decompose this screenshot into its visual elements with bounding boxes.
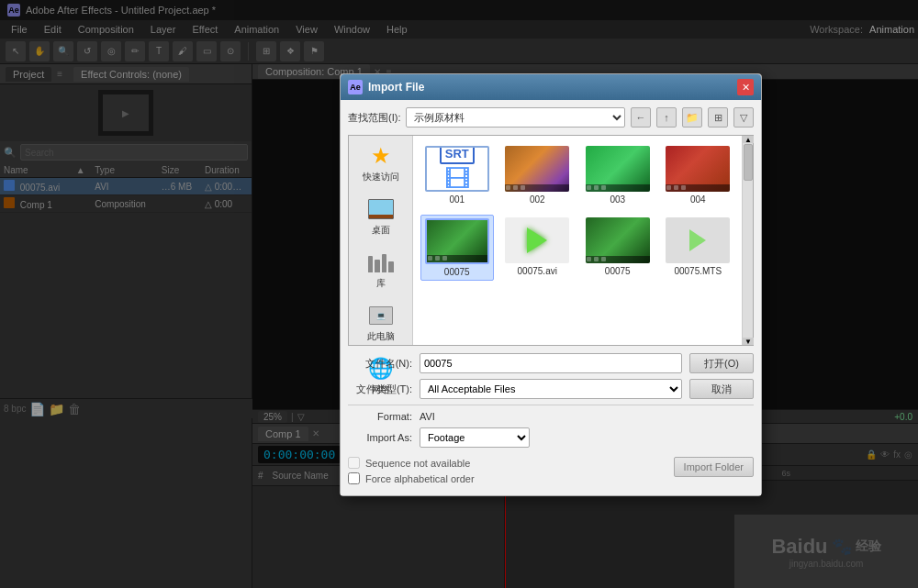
import-folder-button[interactable]: Import Folder <box>674 457 754 477</box>
desktop-icon <box>367 196 395 222</box>
checkboxes-area: Sequence not available Force alphabetica… <box>348 457 674 488</box>
dialog-title: Ae Import File <box>348 80 424 94</box>
file-label-00075mts: 00075.MTS <box>674 266 722 276</box>
thumb-002 <box>505 146 569 192</box>
file-label-00075avi: 00075.avi <box>518 266 557 276</box>
import-dialog: Ae Import File ✕ 查找范围(I): 示例原材料 ← ↑ 📁 ⊞ … <box>340 73 762 496</box>
thumb-00075mts <box>666 217 730 263</box>
filetype-label: 文件类型(T): <box>348 383 412 396</box>
filename-label: 文件名(N): <box>348 357 412 371</box>
nav-back-btn[interactable]: ← <box>631 107 651 128</box>
file-item-001[interactable]: SRT 🎞 001 <box>420 143 494 207</box>
checkbox-sequence-label: Sequence not available <box>365 458 470 469</box>
film-strip-002 <box>505 184 569 192</box>
thumb-00075 <box>425 218 489 264</box>
nav-view-toggle[interactable]: ▽ <box>733 107 754 128</box>
file-grid-area: SRT 🎞 001 <box>413 136 742 345</box>
dialog-divider <box>348 405 754 405</box>
open-button[interactable]: 打开(O) <box>689 353 754 373</box>
cancel-button[interactable]: 取消 <box>689 379 754 399</box>
nav-label: 查找范围(I): <box>348 111 400 125</box>
filename-input[interactable] <box>420 353 682 373</box>
import-as-select[interactable]: Footage <box>420 427 530 448</box>
film-strip-003 <box>586 184 650 192</box>
computer-label: 此电脑 <box>367 330 395 343</box>
file-item-00075mts[interactable]: 00075.MTS <box>662 215 735 281</box>
thumb-003 <box>586 146 650 192</box>
dialog-nav-row: 查找范围(I): 示例原材料 ← ↑ 📁 ⊞ ▽ <box>348 107 754 128</box>
library-label: 库 <box>376 277 386 290</box>
quick-access-label: 快速访问 <box>363 171 399 183</box>
file-item-002[interactable]: 002 <box>501 143 575 207</box>
filetype-row: 文件类型(T): All Acceptable Files 取消 <box>348 379 754 399</box>
thumb-004 <box>666 146 730 192</box>
dialog-ae-logo: Ae <box>348 80 363 94</box>
scrollbar-thumb[interactable] <box>744 144 753 181</box>
file-scrollbar[interactable]: ▲ ▼ <box>742 136 753 345</box>
file-item-00075b[interactable]: 00075 <box>581 215 655 281</box>
computer-icon: 💻 <box>367 303 395 328</box>
checkbox-sequence[interactable] <box>348 457 360 469</box>
dialog-close-button[interactable]: ✕ <box>737 79 754 95</box>
film-strip-00075b <box>586 256 650 263</box>
thumb-00075avi <box>505 217 569 263</box>
filetype-select[interactable]: All Acceptable Files <box>420 379 682 399</box>
nav-up-btn[interactable]: ↑ <box>656 107 677 128</box>
browser-sidebar: ★ 快速访问 桌面 <box>349 136 413 345</box>
format-row: Format: AVI <box>348 411 754 422</box>
file-label-003: 003 <box>610 194 625 205</box>
file-item-00075avi[interactable]: 00075.avi <box>501 215 575 281</box>
nav-new-folder-btn[interactable]: 📁 <box>682 107 702 128</box>
file-browser: ★ 快速访问 桌面 <box>348 135 754 346</box>
sidebar-desktop[interactable]: 桌面 <box>367 196 395 237</box>
checkbox-force[interactable] <box>348 472 360 484</box>
play-icon-mts <box>689 229 706 251</box>
desktop-label: 桌面 <box>372 224 390 237</box>
quick-access-icon: ★ <box>367 143 395 169</box>
file-label-004: 004 <box>690 194 706 205</box>
nav-view-btn[interactable]: ⊞ <box>708 107 728 128</box>
file-label-001: 001 <box>449 194 465 205</box>
filename-row: 文件名(N): 打开(O) <box>348 353 754 373</box>
checkbox-force-label: Force alphabetical order <box>365 473 475 484</box>
dialog-title-bar: Ae Import File ✕ <box>341 74 761 100</box>
sidebar-library[interactable]: 库 <box>367 250 395 290</box>
format-value: AVI <box>420 411 435 422</box>
format-label: Format: <box>348 411 412 422</box>
dialog-body: 查找范围(I): 示例原材料 ← ↑ 📁 ⊞ ▽ ★ 快 <box>341 100 761 495</box>
sidebar-quick-access[interactable]: ★ 快速访问 <box>363 143 399 183</box>
file-label-00075b: 00075 <box>605 266 631 276</box>
dialog-bottom-row: Sequence not available Force alphabetica… <box>348 457 754 488</box>
file-label-002: 002 <box>530 194 545 205</box>
film-strip-004 <box>666 184 730 192</box>
import-folder-area: Import Folder <box>674 457 754 477</box>
reel-icon: 🎞 <box>444 164 470 192</box>
file-item-004[interactable]: 004 <box>662 143 735 207</box>
import-as-row: Import As: Footage <box>348 427 754 448</box>
import-as-label: Import As: <box>348 432 412 443</box>
film-strip-00075 <box>427 255 487 262</box>
library-icon <box>367 250 395 275</box>
srt-badge: SRT <box>440 146 475 164</box>
sidebar-computer[interactable]: 💻 此电脑 <box>367 303 395 343</box>
scroll-down-btn[interactable]: ▼ <box>743 338 754 345</box>
thumb-001: SRT 🎞 <box>425 146 489 192</box>
play-icon-avi <box>527 227 547 253</box>
file-item-00075[interactable]: 00075 <box>420 215 494 281</box>
file-label-00075: 00075 <box>444 267 470 277</box>
checkbox-force-row: Force alphabetical order <box>348 472 674 484</box>
scroll-up-btn[interactable]: ▲ <box>743 136 754 143</box>
checkbox-sequence-row: Sequence not available <box>348 457 674 469</box>
thumb-00075b <box>586 217 650 263</box>
file-grid: SRT 🎞 001 <box>420 143 734 281</box>
file-item-003[interactable]: 003 <box>581 143 655 207</box>
nav-path-select[interactable]: 示例原材料 <box>406 107 625 128</box>
dialog-overlay: Ae Import File ✕ 查找范围(I): 示例原材料 ← ↑ 📁 ⊞ … <box>0 0 918 588</box>
